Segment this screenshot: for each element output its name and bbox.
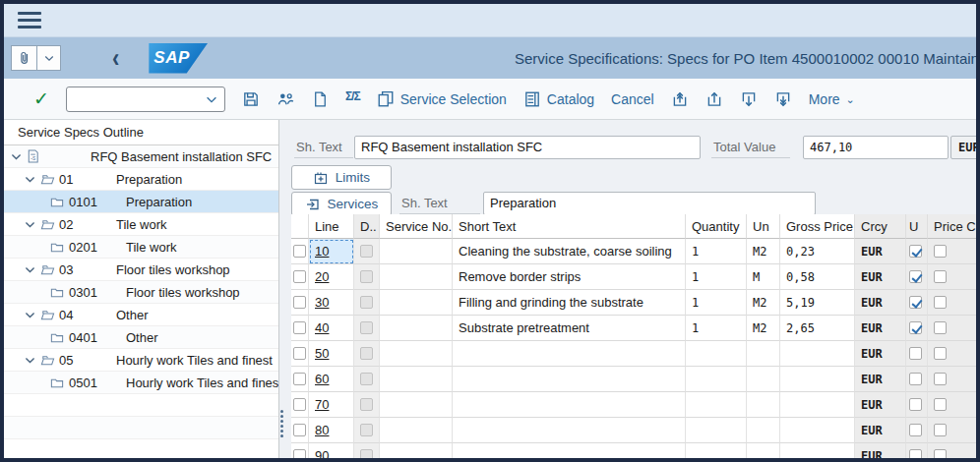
unit-cell[interactable]: M2 [747, 239, 780, 264]
save-button[interactable] [242, 90, 260, 108]
limits-button[interactable]: Limits [291, 165, 392, 190]
cancel-button[interactable]: Cancel [611, 91, 654, 107]
row-select-checkbox[interactable] [293, 270, 306, 283]
line-cell[interactable]: 10 [309, 239, 354, 264]
quantity-cell[interactable] [686, 341, 747, 367]
chevron-down-icon[interactable] [24, 218, 39, 231]
line-cell[interactable]: 50 [309, 341, 354, 367]
unit-cell[interactable] [747, 341, 780, 367]
tree-item[interactable]: -s 01 Preparation [4, 168, 278, 191]
row-select-checkbox[interactable] [293, 424, 306, 436]
service-no-cell[interactable] [380, 418, 453, 443]
price-change-checkbox[interactable] [934, 424, 947, 436]
row-select-checkbox[interactable] [293, 321, 306, 334]
service-selection-button[interactable]: Service Selection [377, 90, 507, 108]
quantity-cell[interactable]: 1 [686, 239, 747, 264]
u-checkbox[interactable] [909, 449, 922, 458]
panel-splitter[interactable] [279, 120, 287, 458]
first-page-button[interactable] [671, 90, 689, 108]
column-header-un[interactable]: Un [747, 214, 780, 239]
total-value-input[interactable]: 467,10 [803, 136, 949, 159]
tree-item[interactable]: -s 02 Tile work [4, 213, 278, 236]
column-header-select[interactable] [291, 214, 309, 239]
chevron-down-icon[interactable] [24, 263, 39, 276]
u-checkbox[interactable] [909, 321, 922, 334]
next-page-button[interactable] [740, 90, 758, 108]
service-no-cell[interactable] [380, 290, 453, 316]
unit-cell[interactable]: M2 [747, 316, 780, 341]
line-cell[interactable]: 40 [309, 316, 354, 341]
u-checkbox[interactable] [909, 270, 922, 283]
unit-cell[interactable] [747, 367, 780, 392]
tree-item[interactable]: -s 0301 Floor tiles workshop [4, 281, 278, 304]
u-checkbox[interactable] [909, 398, 922, 411]
gross-price-cell[interactable] [780, 418, 855, 443]
short-text-cell[interactable] [453, 418, 686, 443]
line-cell[interactable]: 60 [309, 367, 354, 392]
row-select-checkbox[interactable] [293, 398, 306, 411]
service-no-cell[interactable] [380, 443, 453, 458]
price-change-checkbox[interactable] [934, 373, 947, 385]
column-header-service-no[interactable]: Service No. [380, 214, 453, 239]
short-text-cell[interactable] [453, 392, 686, 418]
paperclip-icon[interactable] [11, 45, 37, 71]
tree-item[interactable]: -s 0101 Preparation [4, 191, 278, 213]
quantity-cell[interactable] [686, 418, 747, 443]
unit-cell[interactable] [747, 418, 780, 443]
tree-item[interactable]: -s RFQ Basement installation SFC [4, 145, 278, 168]
column-header-u[interactable]: U [906, 214, 928, 239]
service-sh-text-input[interactable]: Preparation [483, 192, 816, 215]
row-select-checkbox[interactable] [293, 373, 306, 385]
sh-text-input[interactable]: RFQ Basement installation SFC [354, 136, 701, 159]
service-no-cell[interactable] [380, 239, 453, 264]
column-header-gross-price[interactable]: Gross Price [780, 214, 855, 239]
quantity-cell[interactable]: 1 [686, 316, 747, 341]
service-no-cell[interactable] [380, 341, 453, 367]
command-field-combobox[interactable] [66, 87, 225, 112]
hamburger-menu-icon[interactable] [18, 12, 41, 29]
short-text-cell[interactable] [453, 367, 686, 392]
services-button[interactable]: Services [291, 192, 392, 216]
gross-price-cell[interactable]: 0,23 [780, 239, 855, 264]
price-change-checkbox[interactable] [934, 398, 947, 411]
gross-price-cell[interactable] [780, 392, 855, 418]
gross-price-cell[interactable] [780, 443, 855, 458]
line-cell[interactable]: 80 [309, 418, 354, 443]
gross-price-cell[interactable] [780, 341, 855, 367]
more-button[interactable]: More ⌄ [809, 91, 855, 107]
chevron-down-icon[interactable] [10, 150, 26, 163]
row-select-checkbox[interactable] [293, 245, 306, 258]
short-text-cell[interactable]: Filling and grinding the substrate [453, 290, 686, 316]
last-page-button[interactable] [774, 90, 792, 108]
column-header-crcy[interactable]: Crcy [855, 214, 906, 239]
u-checkbox[interactable] [909, 373, 922, 385]
blank-page-button[interactable] [312, 90, 329, 108]
sum-ratio-button[interactable]: Σ/Σ [345, 92, 360, 106]
confirm-check-icon[interactable]: ✓ [33, 87, 49, 110]
short-text-cell[interactable] [453, 341, 686, 367]
tree-item[interactable]: -s 04 Other [4, 304, 278, 326]
u-checkbox[interactable] [909, 347, 922, 360]
line-cell[interactable]: 30 [309, 290, 354, 316]
tree-item[interactable]: -s 05 Hourly work Tiles and finest [4, 349, 278, 372]
tree-item[interactable]: -s 0501 Hourly work Tiles and finest [4, 372, 278, 394]
unit-cell[interactable]: M [747, 264, 780, 290]
service-no-cell[interactable] [380, 367, 453, 392]
u-checkbox[interactable] [909, 245, 922, 258]
price-change-checkbox[interactable] [934, 296, 947, 309]
line-cell[interactable]: 70 [309, 392, 354, 418]
short-text-cell[interactable] [453, 443, 686, 458]
quantity-cell[interactable] [686, 443, 747, 458]
tree-item[interactable]: -s 0401 Other [4, 326, 278, 349]
row-select-checkbox[interactable] [293, 449, 306, 458]
gross-price-cell[interactable]: 2,65 [780, 316, 855, 341]
short-text-cell[interactable]: Remove border strips [453, 264, 686, 290]
catalog-button[interactable]: Catalog [523, 90, 594, 108]
people-button[interactable] [276, 90, 295, 108]
service-no-cell[interactable] [380, 264, 453, 290]
chevron-down-icon[interactable] [24, 309, 39, 321]
unit-cell[interactable]: M2 [747, 290, 780, 316]
back-icon[interactable]: ‹ [112, 44, 119, 72]
chevron-down-icon[interactable] [24, 354, 39, 367]
quantity-cell[interactable]: 1 [686, 264, 747, 290]
